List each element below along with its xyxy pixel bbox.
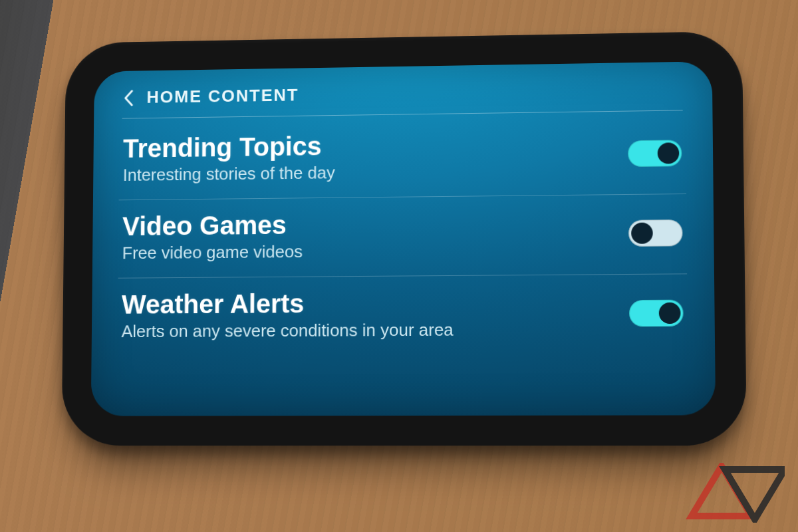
setting-subtitle: Alerts on any severe conditions in your …: [121, 319, 612, 342]
svg-marker-1: [725, 469, 785, 519]
setting-title: Video Games: [122, 207, 612, 241]
screen-title: HOME CONTENT: [146, 85, 299, 108]
setting-row-video-games[interactable]: Video Games Free video game videos: [118, 194, 688, 279]
setting-text: Weather Alerts Alerts on any severe cond…: [121, 287, 612, 342]
toggle-weather-alerts[interactable]: [629, 299, 684, 327]
smart-display-device: HOME CONTENT Trending Topics Interesting…: [61, 31, 747, 446]
toggle-video-games[interactable]: [628, 219, 683, 247]
setting-subtitle: Free video game videos: [122, 239, 613, 263]
setting-row-trending-topics[interactable]: Trending Topics Interesting stories of t…: [119, 114, 686, 200]
device-screen[interactable]: HOME CONTENT Trending Topics Interesting…: [91, 61, 716, 416]
toggle-trending-topics[interactable]: [628, 140, 682, 167]
svg-marker-0: [692, 466, 751, 516]
watermark-logo: [685, 463, 785, 523]
setting-row-weather-alerts[interactable]: Weather Alerts Alerts on any severe cond…: [117, 274, 688, 356]
chevron-left-icon: [123, 89, 136, 106]
setting-title: Weather Alerts: [122, 287, 613, 319]
setting-text: Trending Topics Interesting stories of t…: [123, 128, 612, 186]
toggle-knob: [631, 222, 653, 243]
settings-list: Trending Topics Interesting stories of t…: [117, 114, 688, 356]
setting-title: Trending Topics: [123, 128, 612, 163]
back-button[interactable]: [121, 89, 138, 106]
setting-subtitle: Interesting stories of the day: [123, 159, 612, 185]
toggle-knob: [659, 302, 681, 323]
toggle-knob: [658, 142, 680, 164]
setting-text: Video Games Free video game videos: [122, 207, 613, 263]
